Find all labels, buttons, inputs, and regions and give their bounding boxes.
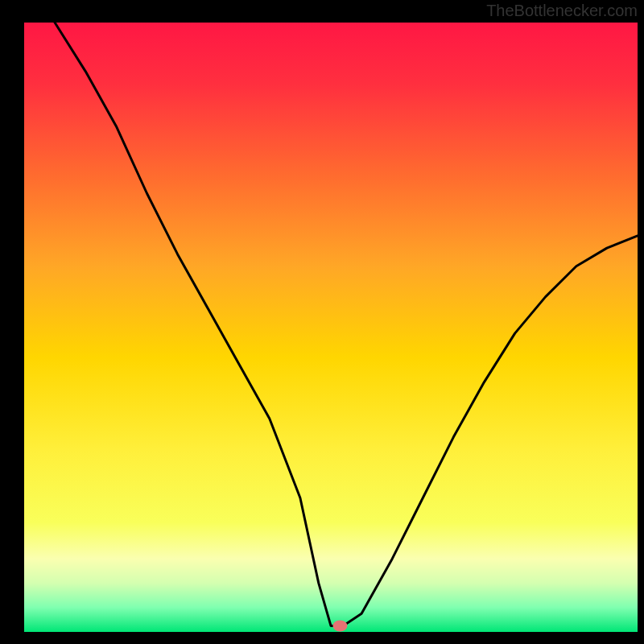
watermark-text: TheBottlenecker.com xyxy=(486,2,638,20)
optimal-marker xyxy=(332,620,347,631)
bottleneck-chart xyxy=(0,0,644,644)
chart-background xyxy=(24,23,638,632)
